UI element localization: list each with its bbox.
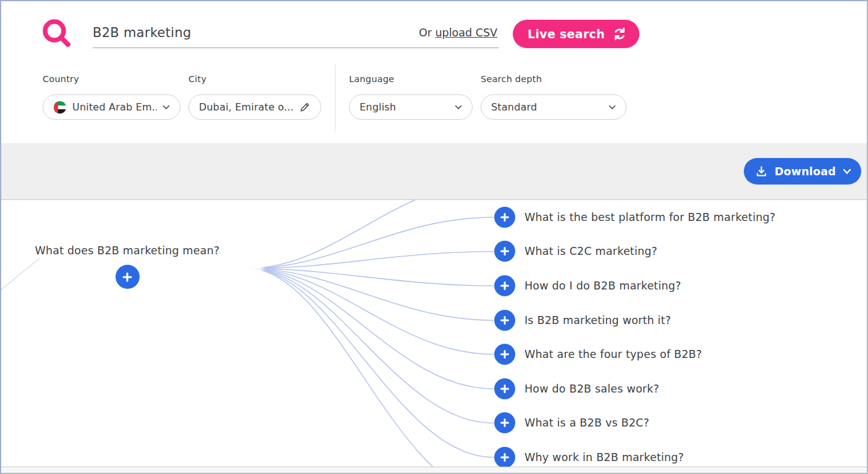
- upload-csv-link[interactable]: upload CSV: [436, 27, 497, 39]
- expand-question-button[interactable]: [494, 378, 515, 399]
- or-label: Or: [419, 27, 436, 39]
- question-row: How do B2B sales work?: [494, 378, 659, 399]
- root-question: What does B2B marketing mean?: [22, 244, 232, 257]
- root-node: What does B2B marketing mean?: [22, 244, 232, 289]
- question-row: What is a B2B vs B2C?: [494, 412, 649, 433]
- city-value: Dubai, Emirate o...: [199, 101, 293, 113]
- chevron-down-icon: [162, 105, 170, 110]
- question-row: How do I do B2B marketing?: [494, 275, 681, 296]
- country-select[interactable]: United Arab Em...: [43, 94, 180, 120]
- expand-question-button[interactable]: [494, 310, 515, 331]
- language-filter-group: Language English: [349, 74, 473, 120]
- expand-question-button[interactable]: [494, 412, 515, 433]
- country-filter-group: Country United Arab Em...: [43, 74, 180, 120]
- expand-question-button[interactable]: [494, 344, 515, 365]
- download-icon: [755, 165, 768, 178]
- language-value: English: [360, 101, 449, 113]
- refresh-icon: [612, 27, 627, 41]
- question-label: Is B2B marketing worth it?: [525, 314, 671, 326]
- question-label: What are the four types of B2B?: [525, 348, 702, 360]
- question-label: What is C2C marketing?: [525, 245, 657, 257]
- expand-question-button[interactable]: [494, 207, 515, 228]
- city-field[interactable]: Dubai, Emirate o...: [188, 94, 321, 120]
- results-toolbar: Download: [1, 143, 867, 200]
- question-row: Is B2B marketing worth it?: [494, 310, 671, 331]
- search-depth-label: Search depth: [481, 74, 626, 84]
- expand-root-button[interactable]: [116, 265, 140, 289]
- chevron-down-icon: [609, 105, 616, 110]
- expand-question-button[interactable]: [494, 447, 515, 467]
- horizontal-scrollbar-track[interactable]: [1, 467, 867, 473]
- country-value: United Arab Em...: [72, 101, 157, 113]
- chevron-down-icon: [455, 105, 462, 110]
- language-label: Language: [349, 74, 473, 84]
- search-input[interactable]: [93, 25, 419, 40]
- search-field-row: Or upload CSV: [93, 17, 499, 48]
- upload-csv-text: Or upload CSV: [419, 27, 499, 39]
- search-icon: [41, 17, 74, 51]
- expand-question-button[interactable]: [494, 241, 515, 262]
- uae-flag-icon: [53, 101, 67, 114]
- language-select[interactable]: English: [349, 94, 473, 120]
- city-filter-group: City Dubai, Emirate o...: [188, 74, 321, 120]
- question-label: How do B2B sales work?: [525, 383, 659, 395]
- app-window: Or upload CSV Live search Country United…: [0, 0, 868, 474]
- connector-edges: [1, 200, 867, 467]
- pencil-icon: [299, 101, 311, 113]
- live-search-label: Live search: [528, 27, 605, 41]
- city-label: City: [188, 74, 321, 84]
- chevron-down-icon: [843, 168, 851, 175]
- search-depth-filter-group: Search depth Standard: [481, 74, 626, 120]
- country-label: Country: [43, 74, 180, 84]
- question-label: Why work in B2B marketing?: [525, 451, 684, 464]
- question-row: What is C2C marketing?: [494, 241, 657, 262]
- filter-divider: [335, 64, 335, 132]
- question-label: What is a B2B vs B2C?: [525, 417, 649, 429]
- mindmap-canvas[interactable]: What does B2B marketing mean? What is th…: [1, 200, 867, 467]
- question-row: What are the four types of B2B?: [494, 344, 702, 365]
- search-header: Or upload CSV Live search Country United…: [1, 1, 867, 143]
- question-label: How do I do B2B marketing?: [525, 280, 681, 292]
- live-search-button[interactable]: Live search: [513, 20, 639, 48]
- question-row: What is the best platform for B2B market…: [494, 207, 775, 228]
- question-row: Why work in B2B marketing?: [494, 447, 684, 467]
- search-depth-value: Standard: [491, 101, 603, 113]
- question-label: What is the best platform for B2B market…: [525, 211, 775, 223]
- download-label: Download: [775, 165, 836, 178]
- search-depth-select[interactable]: Standard: [481, 94, 626, 120]
- download-button[interactable]: Download: [744, 158, 861, 185]
- expand-question-button[interactable]: [494, 275, 515, 296]
